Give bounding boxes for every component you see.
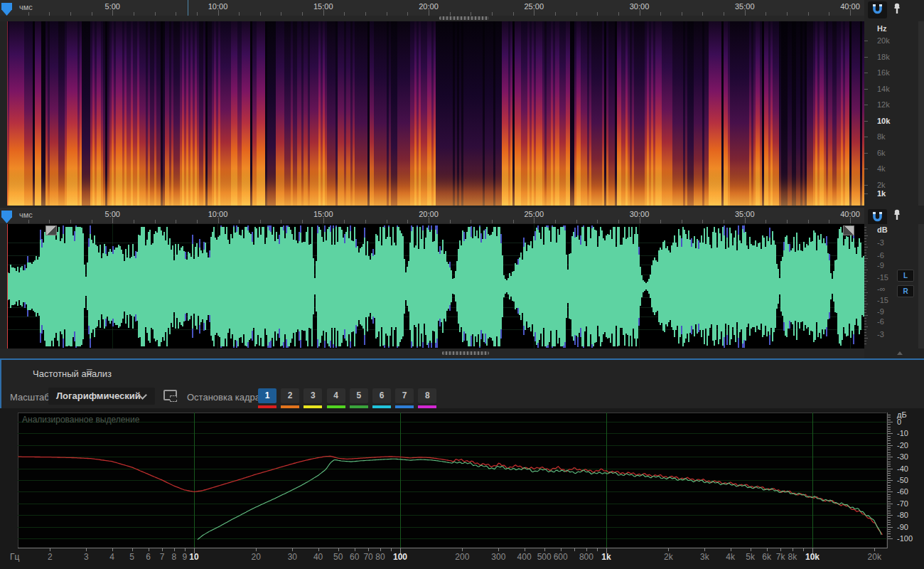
panel-menu-icon[interactable]: ≡: [86, 366, 92, 378]
frequency-axis-tick: [864, 73, 868, 73]
plot-y-tick: [888, 469, 893, 469]
plot-y-tick: [888, 443, 891, 444]
plot-y-tick: [888, 501, 891, 502]
spectrogram-display[interactable]: [7, 21, 864, 206]
plot-x-label: 50: [333, 552, 343, 562]
scale-label: Масштаб:: [10, 392, 52, 403]
waveform-vertical-scrollbar[interactable]: [918, 224, 924, 349]
waveform-display[interactable]: [7, 224, 864, 349]
hold-frame-button-2[interactable]: 2: [281, 388, 299, 403]
pin-icon[interactable]: [891, 3, 903, 17]
ruler-tick: [660, 220, 661, 223]
playhead-marker[interactable]: [1, 3, 12, 16]
ruler-marker: [188, 0, 188, 16]
playhead-line[interactable]: [7, 224, 8, 349]
plot-y-tick: [888, 450, 891, 450]
ruler-corner-bottom: [864, 208, 924, 224]
db-axis-tick: [864, 247, 868, 248]
plot-y-tick: [888, 533, 891, 534]
ruler-tick: [365, 220, 366, 223]
spectrogram-vertical-scrollbar[interactable]: [918, 21, 924, 206]
db-axis-tick: [864, 318, 866, 319]
plot-y-tick: [888, 436, 891, 437]
snapshot-sub-icon: [170, 395, 177, 402]
db-axis-tick: [864, 241, 866, 242]
ruler-tick: [745, 10, 746, 16]
ruler-time-label: 20:00: [419, 2, 439, 11]
db-axis-tick: [864, 238, 866, 239]
db-axis-label: -∞: [877, 284, 886, 293]
frequency-axis-label: 10k: [877, 117, 890, 125]
plot-x-label: 300: [491, 552, 505, 562]
spectrogram-zoom-scrollbar[interactable]: [0, 16, 864, 21]
plot-x-tick: [597, 548, 598, 551]
plot-y-label: -100: [897, 534, 913, 543]
plot-y-tick: [888, 504, 893, 504]
plot-x-label: 5: [129, 552, 134, 562]
playhead-marker[interactable]: [1, 211, 12, 223]
frequency-axis-tick: [864, 137, 868, 137]
plot-x-label: 2: [48, 552, 53, 562]
db-axis-tick: [864, 301, 866, 302]
plot-x-label: 1k: [601, 552, 611, 562]
plot-y-label: -80: [897, 511, 908, 519]
scale-dropdown[interactable]: Логарифмический: [48, 388, 155, 405]
hold-frame-button-6[interactable]: 6: [372, 388, 391, 403]
plot-y-tick: [888, 491, 893, 492]
ruler-tick: [745, 218, 746, 223]
plot-y-tick: [888, 462, 891, 462]
db-axis-tick: [864, 264, 866, 265]
scrollbar-handle[interactable]: [442, 351, 489, 355]
frequency-axis-label: 16k: [877, 68, 890, 77]
db-axis-tick: [864, 298, 866, 299]
panel-divider[interactable]: [0, 358, 924, 360]
ruler-tick: [850, 10, 851, 16]
channel-button-l[interactable]: L: [897, 270, 914, 282]
hold-frame-button-7[interactable]: 7: [395, 388, 414, 403]
db-axis-tick: [864, 309, 866, 310]
ruler-tick: [407, 220, 408, 223]
plot-y-tick: [888, 424, 891, 425]
frequency-axis-label: 18k: [877, 53, 890, 61]
plot-x-tick: [368, 548, 369, 551]
hold-frame-button-5[interactable]: 5: [350, 388, 368, 403]
plot-x-tick: [561, 548, 562, 551]
hold-frame-button-4[interactable]: 4: [327, 388, 345, 403]
ruler-tick: [49, 220, 50, 223]
plot-x-tick: [292, 548, 293, 551]
hold-frame-button-3[interactable]: 3: [303, 388, 322, 403]
ruler-tick: [176, 220, 176, 223]
ruler-time-label: 35:00: [735, 210, 755, 218]
plot-y-label: -20: [897, 441, 908, 450]
plot-y-tick: [888, 517, 891, 518]
snap-button[interactable]: [868, 1, 887, 18]
db-axis-tick: [864, 278, 866, 279]
ruler-time-label: 5:00: [105, 2, 120, 11]
spectrogram-time-ruler[interactable]: чмс5:0010:0015:0020:0025:0030:0035:0040:…: [0, 0, 864, 16]
scale-dropdown-value: Логарифмический: [56, 390, 141, 401]
ruler-time-label: 30:00: [630, 210, 650, 218]
db-axis-tick: [864, 324, 866, 324]
channel-button-r[interactable]: R: [897, 285, 914, 297]
snapshot-icon[interactable]: [163, 390, 177, 400]
time-format-label: чмс: [19, 211, 33, 219]
hold-frame-button-8[interactable]: 8: [418, 388, 436, 403]
fade-in-handle[interactable]: [45, 225, 57, 235]
axis-scroll-arrow-2[interactable]: [897, 351, 903, 355]
hold-frame-button-1[interactable]: 1: [258, 388, 276, 403]
pin-icon-2[interactable]: [891, 209, 903, 223]
db-axis-tick: [864, 281, 868, 282]
ruler-corner-top: [864, 0, 924, 21]
db-axis-tick: [864, 250, 866, 250]
panel-title[interactable]: Частотный анализ: [33, 368, 112, 379]
fade-out-handle[interactable]: [843, 225, 854, 235]
waveform-time-ruler[interactable]: чмс5:0010:0015:0020:0025:0030:0035:0040:…: [0, 208, 864, 223]
ruler-tick: [787, 220, 788, 223]
plot-y-tick: [888, 464, 891, 464]
frequency-axis-tick: [864, 57, 868, 58]
waveform-zoom-scrollbar[interactable]: [0, 349, 864, 358]
scrollbar-handle[interactable]: [439, 16, 489, 20]
ruler-tick: [28, 220, 29, 223]
audition-window: { "editor": { "ruler": { "unit_label": "…: [0, 0, 924, 569]
db-axis-tick: [864, 289, 866, 290]
